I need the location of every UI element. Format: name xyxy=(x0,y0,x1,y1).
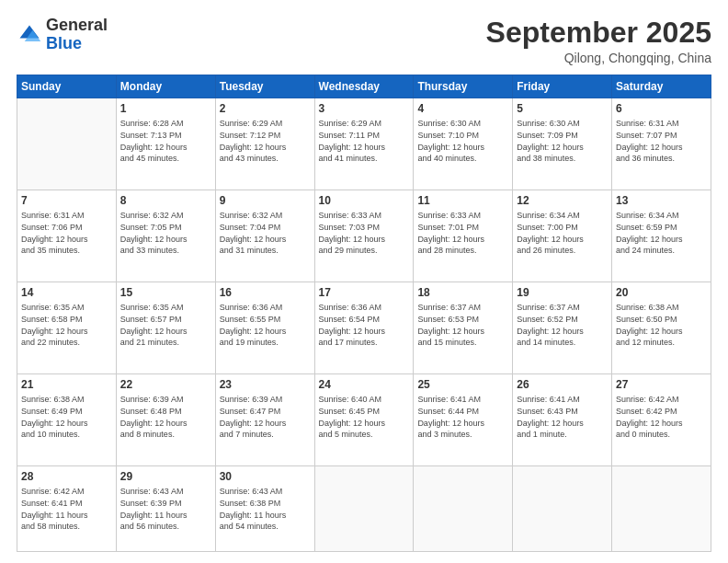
col-monday: Monday xyxy=(116,75,215,98)
day-info: Sunrise: 6:34 AM Sunset: 7:00 PM Dayligh… xyxy=(517,210,608,256)
day-info: Sunrise: 6:41 AM Sunset: 6:44 PM Dayligh… xyxy=(417,394,508,440)
calendar-cell: 3Sunrise: 6:29 AM Sunset: 7:11 PM Daylig… xyxy=(314,98,414,190)
calendar-cell: 5Sunrise: 6:30 AM Sunset: 7:09 PM Daylig… xyxy=(513,98,612,190)
calendar-cell: 29Sunrise: 6:43 AM Sunset: 6:39 PM Dayli… xyxy=(116,466,215,552)
calendar-cell: 9Sunrise: 6:32 AM Sunset: 7:04 PM Daylig… xyxy=(215,190,314,282)
calendar-table: Sunday Monday Tuesday Wednesday Thursday… xyxy=(17,75,711,552)
day-number: 18 xyxy=(417,285,508,300)
week-row-2: 14Sunrise: 6:35 AM Sunset: 6:58 PM Dayli… xyxy=(17,282,711,374)
week-row-1: 7Sunrise: 6:31 AM Sunset: 7:06 PM Daylig… xyxy=(17,190,711,282)
calendar-cell: 14Sunrise: 6:35 AM Sunset: 6:58 PM Dayli… xyxy=(17,282,117,374)
day-info: Sunrise: 6:32 AM Sunset: 7:05 PM Dayligh… xyxy=(120,210,211,256)
day-number: 14 xyxy=(21,285,112,300)
calendar-cell: 1Sunrise: 6:28 AM Sunset: 7:13 PM Daylig… xyxy=(116,98,215,190)
calendar-cell: 4Sunrise: 6:30 AM Sunset: 7:10 PM Daylig… xyxy=(414,98,513,190)
day-number: 6 xyxy=(616,101,707,116)
day-number: 28 xyxy=(21,469,112,484)
day-number: 19 xyxy=(517,285,608,300)
day-number: 21 xyxy=(21,377,112,392)
day-number: 16 xyxy=(220,285,311,300)
day-info: Sunrise: 6:31 AM Sunset: 7:06 PM Dayligh… xyxy=(21,210,112,256)
day-number: 27 xyxy=(616,377,707,392)
day-info: Sunrise: 6:30 AM Sunset: 7:09 PM Dayligh… xyxy=(517,118,608,164)
calendar-cell xyxy=(513,466,612,552)
day-info: Sunrise: 6:38 AM Sunset: 6:49 PM Dayligh… xyxy=(21,394,112,440)
calendar-cell xyxy=(314,466,414,552)
calendar-cell: 23Sunrise: 6:39 AM Sunset: 6:47 PM Dayli… xyxy=(215,374,314,466)
day-number: 4 xyxy=(417,101,508,116)
day-number: 7 xyxy=(21,193,112,208)
month-title: September 2025 xyxy=(486,17,711,49)
calendar-cell: 6Sunrise: 6:31 AM Sunset: 7:07 PM Daylig… xyxy=(612,98,711,190)
day-info: Sunrise: 6:29 AM Sunset: 7:11 PM Dayligh… xyxy=(319,118,410,164)
calendar-cell: 16Sunrise: 6:36 AM Sunset: 6:55 PM Dayli… xyxy=(215,282,314,374)
logo-text: General Blue xyxy=(46,17,108,53)
day-number: 8 xyxy=(120,193,211,208)
calendar-cell: 30Sunrise: 6:43 AM Sunset: 6:38 PM Dayli… xyxy=(215,466,314,552)
calendar-cell: 25Sunrise: 6:41 AM Sunset: 6:44 PM Dayli… xyxy=(414,374,513,466)
day-number: 15 xyxy=(120,285,211,300)
day-info: Sunrise: 6:43 AM Sunset: 6:39 PM Dayligh… xyxy=(120,486,211,532)
day-number: 23 xyxy=(220,377,311,392)
day-info: Sunrise: 6:35 AM Sunset: 6:57 PM Dayligh… xyxy=(120,302,211,348)
page: General Blue September 2025 Qilong, Chon… xyxy=(0,0,728,563)
calendar-cell: 8Sunrise: 6:32 AM Sunset: 7:05 PM Daylig… xyxy=(116,190,215,282)
calendar-cell: 27Sunrise: 6:42 AM Sunset: 6:42 PM Dayli… xyxy=(612,374,711,466)
day-info: Sunrise: 6:29 AM Sunset: 7:12 PM Dayligh… xyxy=(220,118,311,164)
day-number: 20 xyxy=(616,285,707,300)
day-info: Sunrise: 6:38 AM Sunset: 6:50 PM Dayligh… xyxy=(616,302,707,348)
day-number: 3 xyxy=(319,101,410,116)
col-sunday: Sunday xyxy=(17,75,117,98)
col-friday: Friday xyxy=(513,75,612,98)
col-thursday: Thursday xyxy=(414,75,513,98)
day-info: Sunrise: 6:42 AM Sunset: 6:42 PM Dayligh… xyxy=(616,394,707,440)
day-number: 24 xyxy=(319,377,410,392)
week-row-0: 1Sunrise: 6:28 AM Sunset: 7:13 PM Daylig… xyxy=(17,98,711,190)
day-info: Sunrise: 6:41 AM Sunset: 6:43 PM Dayligh… xyxy=(517,394,608,440)
day-info: Sunrise: 6:33 AM Sunset: 7:01 PM Dayligh… xyxy=(417,210,508,256)
calendar-cell: 15Sunrise: 6:35 AM Sunset: 6:57 PM Dayli… xyxy=(116,282,215,374)
day-info: Sunrise: 6:28 AM Sunset: 7:13 PM Dayligh… xyxy=(120,118,211,164)
day-number: 5 xyxy=(517,101,608,116)
day-info: Sunrise: 6:37 AM Sunset: 6:52 PM Dayligh… xyxy=(517,302,608,348)
day-number: 25 xyxy=(417,377,508,392)
calendar-cell: 26Sunrise: 6:41 AM Sunset: 6:43 PM Dayli… xyxy=(513,374,612,466)
logo: General Blue xyxy=(17,17,108,53)
calendar-cell: 12Sunrise: 6:34 AM Sunset: 7:00 PM Dayli… xyxy=(513,190,612,282)
day-number: 12 xyxy=(517,193,608,208)
day-info: Sunrise: 6:36 AM Sunset: 6:54 PM Dayligh… xyxy=(319,302,410,348)
calendar-cell: 13Sunrise: 6:34 AM Sunset: 6:59 PM Dayli… xyxy=(612,190,711,282)
day-number: 29 xyxy=(120,469,211,484)
calendar-cell: 2Sunrise: 6:29 AM Sunset: 7:12 PM Daylig… xyxy=(215,98,314,190)
day-number: 26 xyxy=(517,377,608,392)
calendar-cell: 24Sunrise: 6:40 AM Sunset: 6:45 PM Dayli… xyxy=(314,374,414,466)
day-info: Sunrise: 6:42 AM Sunset: 6:41 PM Dayligh… xyxy=(21,486,112,532)
calendar-header-row: Sunday Monday Tuesday Wednesday Thursday… xyxy=(17,75,711,98)
day-number: 11 xyxy=(417,193,508,208)
day-info: Sunrise: 6:37 AM Sunset: 6:53 PM Dayligh… xyxy=(417,302,508,348)
calendar-cell xyxy=(414,466,513,552)
logo-icon xyxy=(17,22,42,48)
location-title: Qilong, Chongqing, China xyxy=(486,51,711,65)
day-info: Sunrise: 6:30 AM Sunset: 7:10 PM Dayligh… xyxy=(417,118,508,164)
day-info: Sunrise: 6:39 AM Sunset: 6:47 PM Dayligh… xyxy=(220,394,311,440)
calendar-cell: 11Sunrise: 6:33 AM Sunset: 7:01 PM Dayli… xyxy=(414,190,513,282)
calendar-cell: 20Sunrise: 6:38 AM Sunset: 6:50 PM Dayli… xyxy=(612,282,711,374)
day-info: Sunrise: 6:32 AM Sunset: 7:04 PM Dayligh… xyxy=(220,210,311,256)
calendar-cell: 10Sunrise: 6:33 AM Sunset: 7:03 PM Dayli… xyxy=(314,190,414,282)
calendar-cell: 17Sunrise: 6:36 AM Sunset: 6:54 PM Dayli… xyxy=(314,282,414,374)
day-info: Sunrise: 6:39 AM Sunset: 6:48 PM Dayligh… xyxy=(120,394,211,440)
day-number: 17 xyxy=(319,285,410,300)
calendar-cell xyxy=(612,466,711,552)
calendar-cell: 28Sunrise: 6:42 AM Sunset: 6:41 PM Dayli… xyxy=(17,466,117,552)
day-number: 22 xyxy=(120,377,211,392)
day-number: 10 xyxy=(319,193,410,208)
day-number: 13 xyxy=(616,193,707,208)
day-number: 9 xyxy=(220,193,311,208)
day-info: Sunrise: 6:33 AM Sunset: 7:03 PM Dayligh… xyxy=(319,210,410,256)
calendar-cell: 7Sunrise: 6:31 AM Sunset: 7:06 PM Daylig… xyxy=(17,190,117,282)
day-number: 2 xyxy=(220,101,311,116)
header: General Blue September 2025 Qilong, Chon… xyxy=(17,17,711,65)
calendar-cell: 18Sunrise: 6:37 AM Sunset: 6:53 PM Dayli… xyxy=(414,282,513,374)
calendar-cell: 21Sunrise: 6:38 AM Sunset: 6:49 PM Dayli… xyxy=(17,374,117,466)
